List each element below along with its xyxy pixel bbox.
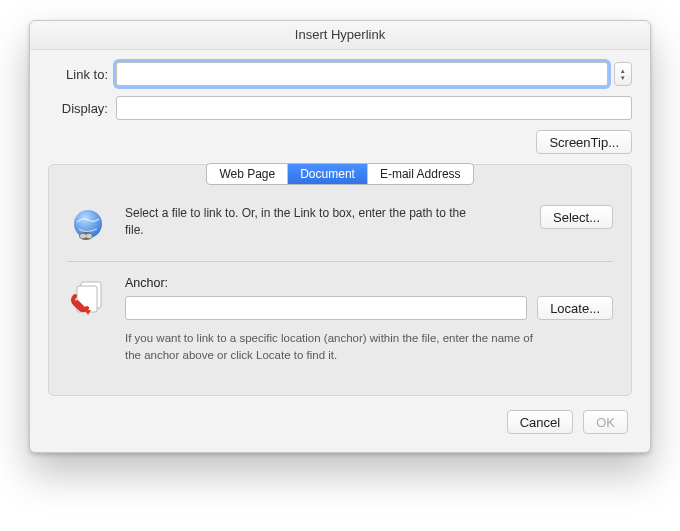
file-help-text: Select a file to link to. Or, in the Lin…	[125, 205, 485, 239]
svg-point-2	[80, 234, 86, 238]
anchor-help-text: If you want to link to a specific locati…	[125, 330, 545, 363]
dialog-content: Link to: ▴ ▾ Display: ScreenTip... Web P…	[30, 50, 650, 452]
anchor-label: Anchor:	[125, 276, 613, 290]
dialog-footer: Cancel OK	[48, 396, 632, 436]
chevron-down-icon: ▾	[621, 74, 625, 81]
chevron-up-icon: ▴	[621, 67, 625, 74]
cancel-button[interactable]: Cancel	[507, 410, 573, 434]
link-to-label: Link to:	[48, 67, 108, 82]
tab-document[interactable]: Document	[288, 164, 368, 184]
anchor-section: Anchor: Locate... If you want to link to…	[67, 262, 613, 379]
file-select-section: Select a file to link to. Or, in the Lin…	[67, 197, 613, 261]
svg-point-3	[86, 234, 92, 238]
link-to-input[interactable]	[116, 62, 608, 86]
tab-bar: Web Page Document E-mail Address	[206, 163, 473, 185]
dialog-title: Insert Hyperlink	[30, 21, 650, 50]
select-file-button[interactable]: Select...	[540, 205, 613, 229]
tab-pane: Web Page Document E-mail Address	[48, 164, 632, 396]
link-to-row: Link to: ▴ ▾	[48, 62, 632, 86]
locate-button[interactable]: Locate...	[537, 296, 613, 320]
anchor-input[interactable]	[125, 296, 527, 320]
link-to-stepper[interactable]: ▴ ▾	[614, 62, 632, 86]
display-label: Display:	[48, 101, 108, 116]
display-input[interactable]	[116, 96, 632, 120]
anchor-document-icon	[67, 276, 109, 316]
tab-email-address[interactable]: E-mail Address	[368, 164, 473, 184]
link-to-combo: ▴ ▾	[116, 62, 632, 86]
insert-hyperlink-dialog: Insert Hyperlink Link to: ▴ ▾ Display: S…	[29, 20, 651, 453]
display-row: Display:	[48, 96, 632, 120]
tab-web-page[interactable]: Web Page	[207, 164, 288, 184]
screentip-button[interactable]: ScreenTip...	[536, 130, 632, 154]
globe-link-icon	[67, 205, 109, 245]
ok-button[interactable]: OK	[583, 410, 628, 434]
